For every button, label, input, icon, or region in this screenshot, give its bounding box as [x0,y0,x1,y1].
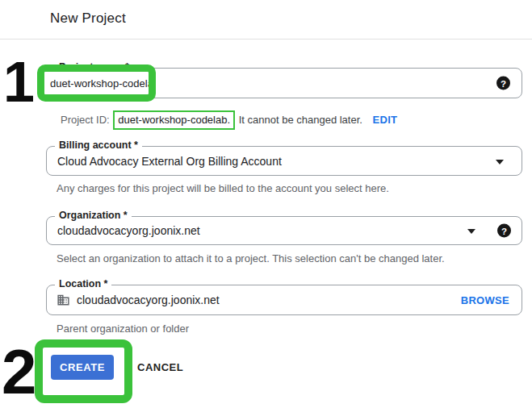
organization-building-icon [57,294,70,307]
project-id-note: It cannot be changed later. [239,114,362,126]
annotation-step-2-number: 2 [2,340,36,403]
help-icon-glyph: ? [501,78,506,88]
billing-helper-text: Any charges for this project will be bil… [57,182,389,194]
organization-label: Organization * [55,210,132,221]
browse-button[interactable]: BROWSE [461,294,509,306]
location-field[interactable]: Location * cloudadvocacyorg.joonix.net B… [46,285,522,315]
header-divider [0,39,532,40]
organization-helper-text: Select an organization to attach it to a… [57,252,445,264]
project-id-prefix: Project ID: [61,114,110,126]
billing-account-label: Billing account * [55,139,142,151]
chevron-down-icon [467,229,475,234]
billing-account-value: Cloud Advocacy External Org Billing Acco… [57,155,282,168]
location-helper-text: Parent organization or folder [57,323,189,335]
chevron-down-icon [496,160,504,164]
project-name-input-value: duet-workshop-codelab [50,77,156,90]
help-icon[interactable]: ? [497,224,511,238]
create-button[interactable]: CREATE [51,355,114,380]
annotation-highlight-box-1: duet-workshop-codelab [37,65,156,102]
billing-account-select[interactable]: Billing account * Cloud Advocacy Externa… [46,146,522,176]
new-project-dialog: New Project Project name * ? Project ID:… [0,0,532,408]
organization-select[interactable]: Organization * cloudadvocacyorg.joonix.n… [46,216,522,245]
location-label: Location * [55,278,111,289]
project-id-line: Project ID: duet-workshop-codelab. It ca… [61,110,397,130]
help-icon[interactable]: ? [496,77,510,90]
cancel-button[interactable]: CANCEL [137,361,183,373]
location-value: cloudadvocacyorg.joonix.net [77,294,220,306]
project-id-value-highlighted: duet-workshop-codelab. [113,110,235,130]
help-icon-glyph: ? [501,226,507,235]
page-title: New Project [50,10,126,27]
organization-value: cloudadvocacyorg.joonix.net [57,224,200,237]
annotation-step-1-number: 1 [3,54,35,110]
edit-button[interactable]: EDIT [373,114,398,126]
